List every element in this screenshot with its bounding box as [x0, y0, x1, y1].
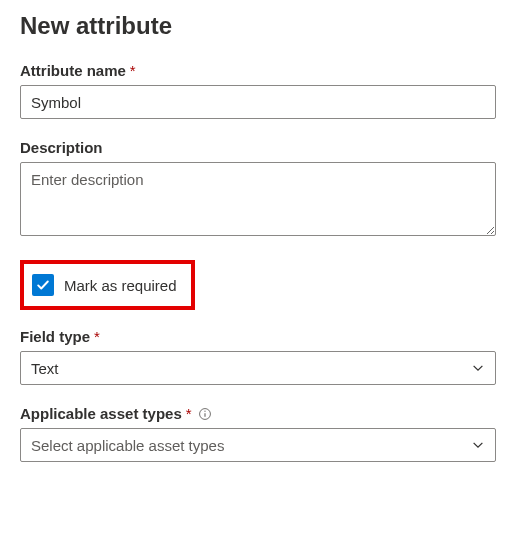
mark-required-label: Mark as required [64, 277, 177, 294]
field-type-label-text: Field type [20, 328, 90, 345]
required-asterisk: * [186, 405, 192, 422]
info-icon[interactable] [198, 407, 212, 421]
required-asterisk: * [130, 62, 136, 79]
applicable-asset-types-label-text: Applicable asset types [20, 405, 182, 422]
applicable-asset-types-placeholder: Select applicable asset types [31, 437, 224, 454]
description-field: Description [20, 139, 496, 240]
attribute-name-label-text: Attribute name [20, 62, 126, 79]
field-type-value: Text [31, 360, 59, 377]
applicable-asset-types-field: Applicable asset types * Select applicab… [20, 405, 496, 462]
mark-required-row[interactable]: Mark as required [26, 268, 189, 302]
chevron-down-icon [471, 438, 485, 452]
description-label: Description [20, 139, 496, 156]
description-input[interactable] [20, 162, 496, 236]
attribute-name-field: Attribute name * [20, 62, 496, 119]
svg-point-2 [204, 410, 205, 411]
field-type-select[interactable]: Text [20, 351, 496, 385]
chevron-down-icon [471, 361, 485, 375]
field-type-label: Field type * [20, 328, 496, 345]
page-title: New attribute [20, 12, 496, 40]
attribute-name-input[interactable] [20, 85, 496, 119]
mark-required-checkbox[interactable] [32, 274, 54, 296]
checkmark-icon [36, 278, 50, 292]
highlight-annotation: Mark as required [20, 260, 195, 310]
applicable-asset-types-label: Applicable asset types * [20, 405, 496, 422]
required-asterisk: * [94, 328, 100, 345]
description-label-text: Description [20, 139, 103, 156]
attribute-name-label: Attribute name * [20, 62, 496, 79]
field-type-field: Field type * Text [20, 328, 496, 385]
applicable-asset-types-select[interactable]: Select applicable asset types [20, 428, 496, 462]
